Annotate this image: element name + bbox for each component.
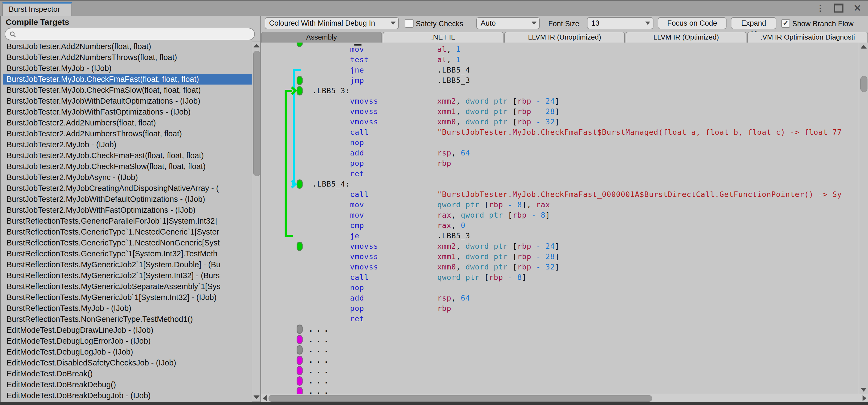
font-size-dropdown[interactable]: 13 [587, 17, 653, 29]
asm-mnemonic: vmovss [350, 96, 378, 106]
branch-marker-magenta [297, 387, 303, 394]
compile-target-item[interactable]: BurstJobTester2.Add2NumbersThrows(float,… [3, 128, 252, 139]
code-line: .LBB5_4: [261, 179, 859, 189]
branch-marker-magenta [297, 366, 303, 375]
code-vertical-scrollbar[interactable] [859, 42, 868, 394]
compile-target-item[interactable]: EditModeTest.DoBreakDebug() [3, 379, 252, 390]
focus-on-code-button[interactable]: Focus on Code [658, 17, 726, 29]
asm-mnemonic: vmovss [350, 117, 378, 127]
compile-target-item[interactable]: BurstReflectionTests.GenericType`1.Neste… [3, 226, 252, 237]
show-branch-flow-checkbox[interactable]: ✓ [781, 19, 790, 28]
compile-target-item[interactable]: BurstJobTester2.MyJobAsync - (IJob) [3, 172, 252, 183]
code-view-mode-dropdown[interactable]: Coloured With Minimal Debug In [265, 17, 399, 29]
scroll-down-arrow-icon[interactable] [861, 388, 867, 392]
collapsed-code-dots[interactable]: ... [309, 324, 332, 335]
code-vscrollbar-thumb[interactable] [860, 76, 867, 92]
compile-target-item[interactable]: BurstJobTester2.MyJob.CheckFmaFast(float… [3, 150, 252, 161]
compile-target-item[interactable]: BurstJobTester.MyJobWithDefaultOptimizat… [3, 95, 252, 106]
compile-target-item[interactable]: EditModeTest.DoBreak() [3, 368, 252, 379]
compile-target-item[interactable]: BurstJobTester2.MyJob.CheckFmaSlow(float… [3, 161, 252, 172]
compile-target-item[interactable]: BurstReflectionTests.GenericType`1[Syste… [3, 248, 252, 259]
collapsed-code-dots[interactable]: ... [309, 335, 332, 345]
window-tab-burst-inspector[interactable]: Burst Inspector [2, 2, 72, 16]
asm-operands: rax, qword ptr [rbp - 8] [437, 210, 550, 220]
code-horizontal-scrollbar[interactable] [261, 394, 868, 402]
search-box[interactable] [5, 28, 255, 40]
scroll-up-arrow-icon[interactable] [253, 44, 259, 48]
compile-target-item[interactable]: BurstReflectionTests.MyJob - (IJob) [3, 303, 252, 314]
code-line: ... [261, 366, 859, 376]
safety-checks-mode-dropdown[interactable]: Auto [476, 17, 540, 29]
compile-target-item[interactable]: BurstJobTester.MyJob.CheckFmaFast(float,… [3, 74, 252, 85]
tab--net-il[interactable]: .NET IL [383, 32, 503, 42]
compile-target-item[interactable]: BurstReflectionTests.MyGenericJob2`1[Sys… [3, 270, 252, 281]
branch-marker-magenta [297, 335, 303, 344]
scroll-right-arrow-icon[interactable] [863, 395, 866, 401]
compile-target-item[interactable]: BurstJobTester2.Add2Numbers(float, float… [3, 117, 252, 128]
search-input[interactable] [19, 29, 249, 39]
asm-operands: xmm1, dword ptr [rbp - 28] [437, 252, 560, 262]
asm-operands: rax, 0 [437, 220, 466, 231]
compile-target-item[interactable]: BurstReflectionTests.MyGenericJobSeparat… [3, 281, 252, 292]
code-line: ... [261, 335, 859, 345]
compile-target-item[interactable]: EditModeTest.DebugDrawLineJob - (IJob) [3, 324, 252, 336]
collapsed-code-dots[interactable]: ... [309, 345, 332, 355]
code-line: poprbp [261, 158, 859, 169]
compile-target-item[interactable]: BurstReflectionTests.MyGenericJob2`1[Sys… [3, 259, 252, 270]
compile-target-item[interactable]: BurstJobTester.MyJobWithFastOptimization… [3, 106, 252, 117]
compile-target-item[interactable]: BurstJobTester.Add2NumbersThrows(float, … [3, 52, 252, 63]
compile-target-item[interactable]: EditModeTest.DebugLogErrorJob - (IJob) [3, 336, 252, 346]
asm-mnemonic: call [350, 272, 369, 283]
expand-all-button[interactable]: Expand All [731, 17, 776, 29]
asm-mnemonic: pop [350, 303, 364, 314]
burst-inspector-window: Burst Inspector ⋮ ✕ Compile Targets Burs… [0, 0, 868, 405]
asm-mnemonic: pop [350, 158, 364, 169]
compile-target-item[interactable]: BurstJobTester2.MyJob - (IJob) [3, 139, 252, 150]
maximize-icon[interactable] [834, 3, 843, 12]
collapsed-code-dots[interactable]: ... [309, 376, 332, 386]
close-icon[interactable]: ✕ [853, 3, 862, 12]
branch-marker-green [297, 76, 303, 85]
code-line: ret [261, 314, 859, 324]
compile-target-item[interactable]: BurstReflectionTests.GenericType`1.Neste… [3, 237, 252, 248]
code-line: vmovssxmm1, dword ptr [rbp - 28] [261, 252, 859, 262]
scroll-up-arrow-icon[interactable] [861, 45, 867, 49]
asm-mnemonic: call [350, 127, 369, 138]
asm-operands: al, 1 [437, 44, 461, 55]
scroll-left-arrow-icon[interactable] [263, 395, 267, 401]
tab--vm-ir-optimisation-diagnosti[interactable]: .VM IR Optimisation Diagnosti [747, 32, 868, 42]
compile-target-item[interactable]: BurstReflectionTests.GenericParallelForJ… [3, 215, 252, 226]
compile-target-item[interactable]: BurstJobTester.Add2Numbers(float, float) [3, 41, 252, 52]
branch-marker-grey [297, 345, 303, 354]
safety-checks-checkbox[interactable] [405, 19, 413, 28]
asm-mnemonic: nop [350, 283, 364, 293]
scroll-down-arrow-icon[interactable] [253, 396, 259, 399]
compile-target-item[interactable]: EditModeTest.DoBreakDebugJob - (IJob) [3, 390, 252, 401]
collapsed-code-dots[interactable]: ... [309, 355, 332, 366]
compile-target-item[interactable]: EditModeTest.DisabledSafetyChecksJob - (… [3, 357, 252, 368]
code-hscrollbar-thumb[interactable] [269, 395, 652, 402]
tab-llvm-ir-unoptimized-[interactable]: LLVM IR (Unoptimized) [504, 32, 625, 42]
compile-target-item[interactable]: BurstJobTester2.MyJobCreatingAndDisposin… [3, 183, 252, 194]
tab-assembly[interactable]: Assembly [261, 32, 382, 42]
compile-target-item[interactable]: BurstReflectionTests.MyGenericJob`1[Syst… [3, 292, 252, 303]
safety-checks-mode-value: Auto [480, 19, 496, 27]
collapsed-code-dots[interactable]: ... [309, 366, 332, 376]
collapsed-code-dots[interactable]: ... [309, 386, 332, 394]
code-line: ... [261, 355, 859, 366]
code-line: testal, 1 [261, 55, 859, 65]
tab-llvm-ir-optimized-[interactable]: LLVM IR (Optimized) [626, 32, 746, 42]
targets-scrollbar-thumb[interactable] [253, 51, 260, 176]
compile-target-item[interactable]: BurstJobTester.MyJob - (IJob) [3, 63, 252, 74]
compile-target-item[interactable]: BurstReflectionTests.NonGenericType.Test… [3, 314, 252, 324]
compile-target-item[interactable]: BurstJobTester2.MyJobWithDefaultOptimiza… [3, 194, 252, 205]
asm-mnemonic: test [350, 55, 369, 65]
compile-target-item[interactable]: EditModeTest.DebugLogJob - (IJob) [3, 346, 252, 357]
assembly-code-view[interactable]: moval, 1testal, 1jne.LBB5_4jmp.LBB5_3.LB… [261, 42, 859, 394]
code-panel: Coloured With Minimal Debug In Safety Ch… [261, 16, 868, 402]
branch-marker-magenta [297, 376, 303, 386]
compile-target-item[interactable]: BurstJobTester.MyJob.CheckFmaSlow(float,… [3, 85, 252, 95]
kebab-menu-icon[interactable]: ⋮ [816, 3, 825, 12]
compile-target-item[interactable]: BurstJobTester2.MyJobWithFastOptimizatio… [3, 205, 252, 215]
code-line: addrsp, 64 [261, 293, 859, 303]
